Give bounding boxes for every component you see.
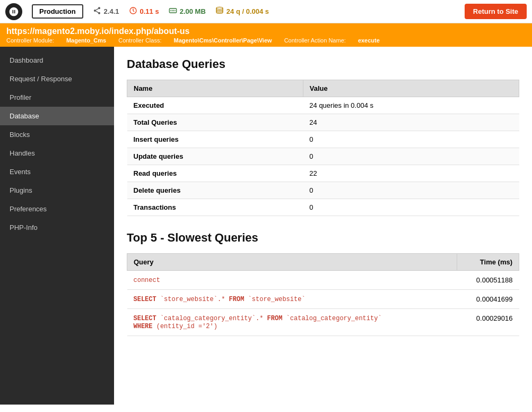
col-name: Name (127, 80, 303, 97)
stat-memory: 2.00 MB (169, 6, 206, 17)
sidebar-item-blocks[interactable]: Blocks (0, 125, 114, 144)
return-to-site-button[interactable]: Return to Site (465, 4, 527, 19)
sidebar-item-profiler[interactable]: Profiler (0, 88, 114, 107)
svg-line-4 (95, 8, 98, 10)
db-queries-title: Database Queries (127, 57, 519, 71)
stat-name: Transactions (127, 199, 303, 216)
query-cell: connect (127, 271, 457, 290)
logo-icon (5, 3, 22, 20)
time-cell: 0.00051188 (457, 271, 519, 290)
stat-name: Update queries (127, 148, 303, 165)
stat-value: 24 queries in 0.004 s (303, 97, 519, 114)
controller-module: Controller Module: Magento_Cms (6, 37, 108, 44)
svg-line-3 (95, 11, 98, 13)
col-time: Time (ms) (457, 254, 519, 271)
layout: DashboardRequest / ResponseProfilerDatab… (0, 47, 532, 405)
svg-point-2 (98, 12, 100, 14)
stat-value: 0 (303, 199, 519, 216)
table-row: Total Queries24 (127, 114, 519, 131)
stat-name: Read queries (127, 165, 303, 182)
table-row: Executed24 queries in 0.004 s (127, 97, 519, 114)
timer-icon (129, 6, 137, 17)
stat-name: Executed (127, 97, 303, 114)
stat-version: 2.4.1 (93, 6, 119, 17)
sidebar-item-plugins[interactable]: Plugins (0, 181, 114, 200)
sidebar-item-database[interactable]: Database (0, 107, 114, 125)
table-row: SELECT `store_website`.* FROM `store_web… (127, 290, 519, 309)
controller-class: Controller Class: Magento\Cms\Controller… (118, 37, 273, 44)
sidebar-item-dashboard[interactable]: Dashboard (0, 51, 114, 70)
stat-value: 0 (303, 131, 519, 148)
sidebar-item-handles[interactable]: Handles (0, 144, 114, 162)
sidebar-item-events[interactable]: Events (0, 162, 114, 181)
stat-time: 0.11 s (129, 6, 159, 17)
stat-name: Delete queries (127, 182, 303, 199)
main-content: Database Queries Name Value Executed24 q… (114, 47, 532, 405)
time-cell: 0.00029016 (457, 309, 519, 336)
time-cell: 0.00041699 (457, 290, 519, 309)
table-row: Transactions0 (127, 199, 519, 216)
stat-name: Total Queries (127, 114, 303, 131)
stat-value: 0 (303, 148, 519, 165)
col-value: Value (303, 80, 519, 97)
infobar: https://magento2.moby.io/index.php/about… (0, 23, 532, 47)
sidebar-item-request-response[interactable]: Request / Response (0, 70, 114, 88)
stats-table: Name Value Executed24 queries in 0.004 s… (127, 80, 519, 216)
svg-point-1 (94, 10, 96, 12)
topbar: Production 2.4.1 0.11 s 2.00 MB 24 q / 0… (0, 0, 532, 23)
query-table: Query Time (ms) connect0.00051188SELECT … (127, 253, 519, 336)
sidebar: DashboardRequest / ResponseProfilerDatab… (0, 47, 114, 405)
svg-point-11 (216, 7, 223, 9)
database-icon (215, 6, 224, 17)
environment-button[interactable]: Production (32, 4, 83, 19)
stat-name: Insert queries (127, 131, 303, 148)
table-row: Insert queries0 (127, 131, 519, 148)
page-url[interactable]: https://magento2.moby.io/index.php/about… (6, 27, 189, 36)
sidebar-item-preferences[interactable]: Preferences (0, 200, 114, 218)
query-cell: SELECT `catalog_category_entity`.* FROM … (127, 309, 457, 336)
svg-point-0 (98, 7, 100, 9)
table-row: SELECT `catalog_category_entity`.* FROM … (127, 309, 519, 336)
stat-value: 24 (303, 114, 519, 131)
memory-icon (169, 6, 177, 17)
col-query: Query (127, 254, 457, 271)
stat-value: 22 (303, 165, 519, 182)
controller-action: Controller Action Name: execute (284, 37, 380, 44)
table-row: Read queries22 (127, 165, 519, 182)
slowest-queries-title: Top 5 - Slowest Queries (127, 231, 519, 245)
sidebar-item-php-info[interactable]: PHP-Info (0, 218, 114, 237)
stat-db: 24 q / 0.004 s (215, 6, 269, 17)
table-row: Update queries0 (127, 148, 519, 165)
share-icon (93, 6, 101, 17)
stat-value: 0 (303, 182, 519, 199)
table-row: Delete queries0 (127, 182, 519, 199)
table-row: connect0.00051188 (127, 271, 519, 290)
query-cell: SELECT `store_website`.* FROM `store_web… (127, 290, 457, 309)
